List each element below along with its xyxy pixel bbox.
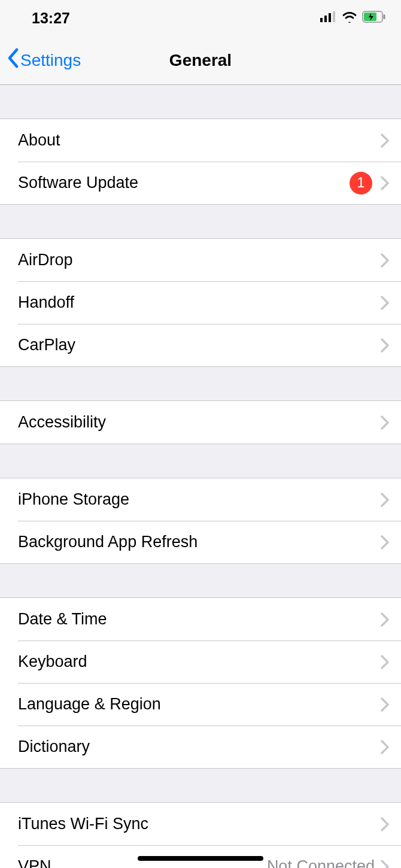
settings-row[interactable]: Handoff [0,281,401,324]
svg-rect-2 [329,13,331,22]
settings-row[interactable]: Date & Time [0,598,401,641]
row-label: Background App Refresh [18,533,381,551]
status-bar: 13:27 [0,0,401,36]
chevron-right-icon [381,296,389,310]
settings-row[interactable]: Accessibility [0,401,401,444]
chevron-right-icon [381,415,389,430]
notification-badge: 1 [350,172,372,195]
settings-row[interactable]: Background App Refresh [0,521,401,563]
settings-group: AirDropHandoffCarPlay [0,238,401,367]
chevron-right-icon [381,338,389,353]
svg-rect-3 [333,11,335,22]
back-label: Settings [20,51,81,70]
row-label: Date & Time [18,610,381,629]
settings-list: AboutSoftware Update1AirDropHandoffCarPl… [0,85,401,868]
section-gap [0,85,401,119]
settings-row[interactable]: AirDrop [0,239,401,281]
chevron-right-icon [381,697,389,712]
section-gap [0,444,401,478]
chevron-right-icon [381,860,389,869]
row-label: Dictionary [18,738,381,756]
chevron-right-icon [381,133,389,148]
settings-group: iPhone StorageBackground App Refresh [0,478,401,564]
chevron-right-icon [381,493,389,507]
section-gap [0,769,401,802]
chevron-right-icon [381,817,389,831]
row-label: Software Update [18,174,350,192]
chevron-left-icon [7,48,20,72]
wifi-icon [342,11,357,25]
section-gap [0,205,401,238]
status-time: 13:27 [15,10,70,27]
settings-row[interactable]: iTunes Wi-Fi Sync [0,803,401,845]
row-label: CarPlay [18,336,381,354]
row-label: Accessibility [18,413,381,432]
battery-icon [362,11,386,25]
section-gap [0,564,401,597]
settings-row[interactable]: iPhone Storage [0,478,401,521]
back-button[interactable]: Settings [7,48,81,72]
settings-row[interactable]: Dictionary [0,726,401,768]
row-value: Not Connected [267,857,375,868]
settings-row[interactable]: Software Update1 [0,162,401,204]
cellular-icon [320,11,337,25]
page-title: General [169,51,232,70]
svg-rect-5 [384,14,385,19]
section-gap [0,367,401,400]
row-label: AirDrop [18,251,381,269]
settings-row[interactable]: CarPlay [0,324,401,366]
chevron-right-icon [381,612,389,627]
chevron-right-icon [381,535,389,550]
settings-group: Accessibility [0,400,401,444]
settings-row[interactable]: Language & Region [0,683,401,726]
chevron-right-icon [381,655,389,669]
row-label: Language & Region [18,695,381,714]
row-label: iPhone Storage [18,490,381,509]
chevron-right-icon [381,740,389,754]
settings-group: AboutSoftware Update1 [0,119,401,205]
svg-rect-1 [324,16,327,22]
svg-rect-0 [320,18,323,22]
home-indicator [138,856,263,861]
nav-bar: Settings General [0,36,401,85]
settings-group: Date & TimeKeyboardLanguage & RegionDict… [0,597,401,769]
settings-row[interactable]: About [0,119,401,162]
row-label: iTunes Wi-Fi Sync [18,815,381,833]
status-icons [320,11,386,25]
settings-row[interactable]: Keyboard [0,641,401,683]
chevron-right-icon [381,253,389,268]
row-label: Keyboard [18,652,381,671]
chevron-right-icon [381,176,389,190]
row-label: About [18,131,381,150]
row-label: Handoff [18,293,381,312]
